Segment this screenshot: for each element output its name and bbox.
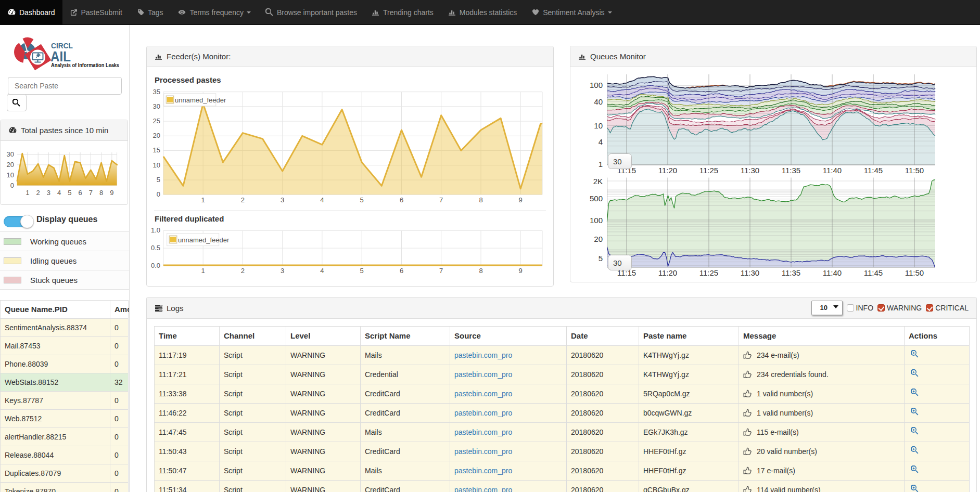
svg-text:20: 20	[7, 161, 14, 169]
svg-text:4: 4	[320, 196, 324, 204]
svg-text:20: 20	[153, 132, 160, 139]
svg-text:100: 100	[590, 216, 603, 225]
svg-text:unnamed_feeder: unnamed_feeder	[175, 96, 226, 104]
svg-text:9: 9	[519, 267, 523, 275]
svg-text:2: 2	[36, 189, 40, 197]
svg-text:1.0: 1.0	[151, 226, 160, 234]
svg-text:5: 5	[68, 189, 71, 197]
svg-text:11:25: 11:25	[699, 166, 718, 175]
svg-text:500: 500	[590, 194, 603, 203]
svg-text:5: 5	[360, 196, 364, 204]
svg-text:Analysis of Information Leaks: Analysis of Information Leaks	[51, 62, 119, 68]
svg-text:0.0: 0.0	[151, 262, 160, 269]
svg-text:11:45: 11:45	[864, 166, 883, 175]
svg-text:15: 15	[153, 146, 160, 154]
svg-text:11:30: 11:30	[741, 166, 759, 175]
svg-text:unnamed_feeder: unnamed_feeder	[178, 236, 230, 244]
svg-text:8: 8	[479, 196, 482, 204]
svg-text:30: 30	[7, 150, 14, 158]
svg-text:2K: 2K	[593, 177, 603, 186]
svg-text:11:50: 11:50	[905, 166, 924, 175]
svg-text:8: 8	[479, 267, 482, 275]
svg-text:11:30: 11:30	[741, 268, 759, 277]
svg-text:30: 30	[613, 157, 622, 166]
svg-text:0.5: 0.5	[151, 244, 160, 252]
svg-text:11:40: 11:40	[823, 268, 842, 277]
svg-text:100: 100	[590, 81, 603, 89]
svg-text:3: 3	[47, 189, 50, 197]
svg-text:11:25: 11:25	[699, 268, 718, 277]
svg-text:3: 3	[281, 267, 284, 275]
svg-text:40: 40	[594, 97, 603, 106]
svg-text:11:20: 11:20	[658, 166, 677, 175]
svg-text:11:20: 11:20	[658, 268, 677, 277]
svg-text:10: 10	[7, 171, 14, 179]
svg-text:4: 4	[320, 267, 324, 275]
svg-text:6: 6	[400, 196, 403, 204]
svg-text:5: 5	[360, 267, 364, 275]
svg-text:4: 4	[599, 137, 603, 146]
svg-text:1: 1	[201, 196, 205, 204]
svg-text:35: 35	[153, 88, 160, 96]
svg-text:9: 9	[519, 196, 523, 204]
svg-text:2: 2	[241, 196, 245, 204]
svg-text:5: 5	[157, 176, 160, 184]
svg-text:5: 5	[599, 254, 603, 263]
svg-text:11:35: 11:35	[782, 268, 800, 277]
svg-text:11:40: 11:40	[823, 166, 842, 175]
svg-text:1: 1	[26, 189, 29, 197]
svg-text:9: 9	[110, 189, 113, 197]
svg-text:0: 0	[10, 182, 14, 189]
svg-text:7: 7	[439, 267, 443, 275]
svg-text:0: 0	[157, 190, 160, 198]
svg-text:30: 30	[613, 258, 622, 267]
svg-text:25: 25	[153, 117, 160, 125]
svg-text:1: 1	[599, 160, 603, 169]
svg-text:8: 8	[99, 189, 103, 197]
svg-text:30: 30	[153, 102, 160, 110]
svg-text:3: 3	[281, 196, 284, 204]
svg-text:7: 7	[89, 189, 93, 197]
svg-text:11:50: 11:50	[905, 268, 924, 277]
svg-text:2: 2	[241, 267, 245, 275]
svg-text:6: 6	[400, 267, 403, 275]
svg-text:11:35: 11:35	[782, 166, 800, 175]
svg-text:1: 1	[201, 267, 205, 275]
svg-text:6: 6	[78, 189, 82, 197]
svg-text:10: 10	[153, 161, 160, 169]
svg-text:11:45: 11:45	[864, 268, 883, 277]
svg-text:10: 10	[594, 121, 603, 130]
svg-text:7: 7	[439, 196, 443, 204]
svg-text:20: 20	[594, 235, 603, 243]
svg-text:4: 4	[57, 189, 61, 197]
